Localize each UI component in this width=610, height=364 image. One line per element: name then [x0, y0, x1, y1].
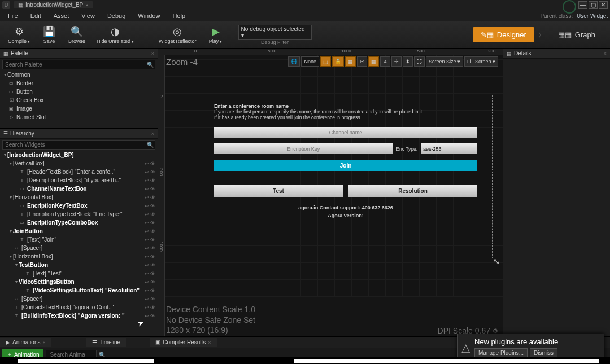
widget-root-frame[interactable]: Enter a conference room name If you are … — [199, 95, 493, 258]
hierarchy-row[interactable]: ↔[Spacer]↩👁 — [0, 295, 158, 303]
close-button[interactable]: ✕ — [599, 1, 608, 9]
dismiss-button[interactable]: Dismiss — [530, 348, 557, 358]
minimize-button[interactable]: — — [578, 1, 587, 9]
hierarchy-row[interactable]: ▾[IntroductionWidget_BP] — [0, 151, 158, 159]
hierarchy-row[interactable]: ▾TestButton↩👁 — [0, 261, 158, 269]
hierarchy-row[interactable]: ▾[Horizontal Box]↩👁 — [0, 193, 158, 201]
hierarchy-row[interactable]: ▭EncriptionTypeComboBox↩👁 — [0, 218, 158, 227]
palette-item-button[interactable]: ▭Button — [0, 87, 158, 96]
search-icon[interactable]: 🔍 — [145, 140, 155, 150]
grid-snap-button[interactable]: ▦ — [368, 56, 379, 67]
close-icon[interactable]: × — [151, 131, 154, 137]
hierarchy-row[interactable]: ▾JoinButton↩👁 — [0, 227, 158, 235]
hierarchy-row[interactable]: T[HeaderTextBlock] "Enter a confe.."↩👁 — [0, 168, 158, 176]
timeline-tab[interactable]: ☰ Timeline — [86, 338, 126, 347]
hierarchy-row[interactable]: ▭ChannelNameTextBox↩👁 — [0, 185, 158, 193]
search-icon[interactable]: 🔍 — [145, 60, 155, 69]
design-viewport[interactable]: 0 500 1000 1500 200 0 500 1000 Zoom -4 🌐… — [158, 49, 503, 336]
enc-type-combobox[interactable] — [421, 143, 477, 154]
play-button[interactable]: ▶ Play▾ — [203, 23, 228, 47]
hierarchy-row[interactable]: T[EncriptionTypeTextBlock] "Enc Type:"↩👁 — [0, 210, 158, 218]
grid-toggle-button[interactable]: ▦ — [345, 56, 356, 67]
close-icon[interactable]: × — [208, 340, 211, 345]
menu-help[interactable]: Help — [167, 11, 191, 20]
search-icon[interactable]: 🔍 — [99, 352, 106, 358]
hierarchy-row[interactable]: T[Text] "Join"↩👁 — [0, 235, 158, 244]
menu-debug[interactable]: Debug — [102, 11, 131, 20]
menu-asset[interactable]: Asset — [48, 11, 75, 20]
zoom-fit-button[interactable]: ⛶ — [414, 56, 425, 67]
join-button[interactable]: Join — [214, 160, 477, 171]
browse-button[interactable]: 🔍 Browse — [64, 23, 90, 47]
parent-class-link[interactable]: User Widget — [577, 13, 608, 19]
palette-group-common[interactable]: ▾Common — [0, 71, 158, 79]
palette-item-border[interactable]: ▭Border — [0, 79, 158, 87]
resize-handle-icon[interactable]: ⤡ — [493, 257, 500, 266]
hierarchy-row[interactable]: ↔[Spacer]↩👁 — [0, 244, 158, 252]
debug-object-dropdown[interactable]: No debug object selected ▾ — [238, 25, 312, 40]
test-button[interactable]: Test — [214, 185, 343, 197]
save-button[interactable]: 💾 Save — [37, 23, 62, 47]
close-icon[interactable]: × — [604, 51, 607, 56]
hierarchy-search-input[interactable] — [2, 140, 145, 150]
menu-view[interactable]: View — [76, 11, 101, 20]
widget-reflector-button[interactable]: ◎ Widget Reflector — [154, 23, 201, 47]
palette-search-input[interactable] — [2, 60, 145, 69]
localization-button[interactable]: 🌐 — [288, 56, 300, 67]
hierarchy-row[interactable]: T[Text] "Test"↩👁 — [0, 269, 158, 278]
warning-icon: △ — [461, 341, 470, 354]
designer-mode-tab[interactable]: ✎▦ Designer — [473, 27, 534, 42]
hierarchy-row[interactable]: ▭EncriptionKeyTextBox↩👁 — [0, 201, 158, 210]
compile-button[interactable]: ⚙ Compile▾ — [3, 23, 34, 47]
graph-mode-tab[interactable]: ▦▦ Graph — [550, 27, 603, 42]
hide-unrelated-button[interactable]: ◑ Hide Unrelated▾ — [92, 23, 138, 47]
respect-locks-button[interactable]: R — [357, 56, 367, 67]
play-icon: ▶ — [212, 25, 220, 38]
asset-tab-label: IntroductionWidget_BP — [25, 2, 83, 8]
designer-icon: ✎▦ — [481, 30, 494, 39]
close-icon[interactable]: × — [151, 51, 154, 56]
menu-file[interactable]: File — [2, 11, 24, 20]
lock-button[interactable]: 🔒 — [332, 56, 344, 67]
hierarchy-row[interactable]: ▾VideoSettingsButton↩👁 — [0, 278, 158, 286]
ruler-horizontal: 0 500 1000 1500 200 — [158, 49, 503, 55]
palette-item-image[interactable]: ▣Image — [0, 104, 158, 113]
palette-item-namedslot[interactable]: ◇Named Slot — [0, 113, 158, 121]
hierarchy-row[interactable]: T[ContactsTextBlock] "agora.io Cont.."↩👁 — [0, 303, 158, 312]
layout-dashed-button[interactable]: ⬚ — [320, 56, 331, 67]
hierarchy-tab[interactable]: ☰ Hierarchy × — [0, 129, 158, 139]
close-icon[interactable]: × — [42, 340, 45, 345]
browse-icon: 🔍 — [71, 25, 83, 38]
close-icon[interactable]: × — [85, 2, 88, 8]
none-button[interactable]: None — [301, 56, 319, 67]
details-tab[interactable]: ▤ Details × — [503, 49, 610, 59]
encryption-key-textbox[interactable] — [214, 143, 393, 154]
palette-tab[interactable]: ▦ Palette × — [0, 49, 158, 59]
palette-item-checkbox[interactable]: ☑Check Box — [0, 96, 158, 104]
ruler-vertical: 0 500 1000 — [158, 55, 165, 336]
outline-button[interactable]: ✢ — [391, 56, 402, 67]
menu-window[interactable]: Window — [132, 11, 165, 20]
zoom-label: Zoom -4 — [166, 57, 198, 67]
manage-plugins-button[interactable]: Manage Plugins... — [474, 348, 528, 358]
resolution-button[interactable]: Resolution — [348, 185, 477, 197]
debug-object-selector: No debug object selected ▾ Debug Filter — [238, 25, 312, 45]
asset-tab[interactable]: ▦ IntroductionWidget_BP × — [14, 1, 93, 8]
hierarchy-row[interactable]: T[BuildInfoTextBlock] "Agora version: "↩… — [0, 312, 158, 320]
channel-name-textbox[interactable] — [214, 127, 477, 138]
desc-text-1: If you are the first person to specify t… — [214, 109, 477, 115]
hierarchy-row[interactable]: ▾[VerticalBox]↩👁 — [0, 159, 158, 168]
parent-class-label: Parent class: User Widget — [540, 13, 608, 19]
screen-size-dropdown[interactable]: Screen Size ▾ — [426, 56, 463, 67]
fill-screen-dropdown[interactable]: Fill Screen ▾ — [464, 56, 498, 67]
source-control-icon[interactable] — [563, 0, 576, 14]
compiler-results-tab[interactable]: ▣ Compiler Results × — [150, 338, 216, 347]
grid-snap-value[interactable]: 4 — [380, 56, 390, 67]
loc-preview-button[interactable]: ⬍ — [403, 56, 413, 67]
menu-edit[interactable]: Edit — [25, 11, 47, 20]
maximize-button[interactable]: ▢ — [589, 1, 598, 9]
animations-tab[interactable]: ▶ Animations × — [0, 338, 51, 347]
hierarchy-row[interactable]: T[DescriptionTextBlock] "if you are th..… — [0, 176, 158, 185]
hierarchy-row[interactable]: T[VideoSettingsButtonText] "Resolution"↩… — [0, 286, 158, 295]
hierarchy-row[interactable]: ▾[Horizontal Box]↩👁 — [0, 252, 158, 261]
